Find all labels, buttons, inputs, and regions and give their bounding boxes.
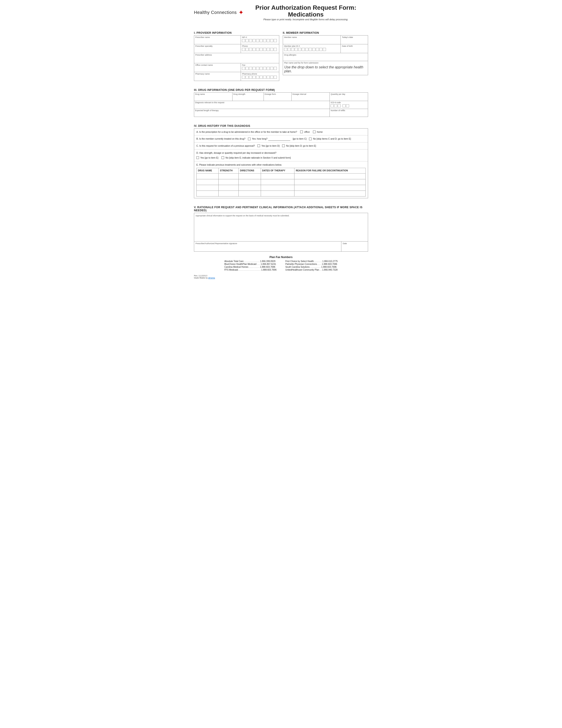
iv-item-c: C. Is this request for continuation of a… <box>194 142 368 150</box>
fax-seg-4 <box>253 67 256 70</box>
dh-row1-drug[interactable] <box>197 174 219 179</box>
checkbox-office[interactable] <box>300 131 303 133</box>
checkbox-d-no[interactable] <box>222 156 224 159</box>
logo-icon: ✦ <box>239 9 244 16</box>
iv-item-e: E. Please indicate previous treatments a… <box>194 161 368 198</box>
made-fillable-label: Made fillable by eForms <box>194 277 215 279</box>
dh-row2-strength[interactable] <box>219 179 239 185</box>
prescriber-name-label: Prescriber name <box>195 36 240 38</box>
dh-row2-reason[interactable] <box>294 179 366 185</box>
num-refills-label: Number of refills <box>330 109 367 112</box>
dh-row1-dates[interactable] <box>261 174 294 179</box>
icd-sep <box>341 104 342 107</box>
mi-seg-3 <box>291 48 294 51</box>
ph-seg-5 <box>256 48 259 51</box>
dh-row4-drug[interactable] <box>197 191 219 197</box>
dosage-interval-cell: Dosage interval <box>291 92 330 101</box>
dh-row3-strength[interactable] <box>219 185 239 191</box>
dh-row4-reason[interactable] <box>294 191 366 197</box>
checkbox-b-yes[interactable] <box>248 138 251 140</box>
dosage-interval-value[interactable] <box>292 95 329 100</box>
checkbox-b-no[interactable] <box>309 138 311 140</box>
todays-date-value[interactable] <box>342 39 367 43</box>
quantity-per-day-cell: Quantity per day <box>330 92 368 101</box>
checkbox-c-no[interactable] <box>282 144 285 147</box>
date-sig-cell[interactable]: Date <box>341 241 368 251</box>
page-header: Healthy Connections ✦ Prior Authorizatio… <box>194 4 368 21</box>
phone-cell: Phone <box>241 44 279 53</box>
dh-row1-strength[interactable] <box>219 174 239 179</box>
dh-row3-reason[interactable] <box>294 185 366 191</box>
icd9-label: ICD-9 code <box>330 101 367 104</box>
drug-allergies-cell: Drug allergies <box>283 53 368 61</box>
dh-row1-reason[interactable] <box>294 174 366 179</box>
dosage-form-value[interactable] <box>265 95 290 100</box>
dh-row4-strength[interactable] <box>219 191 239 197</box>
seg-3 <box>249 39 252 42</box>
drug-allergies-value[interactable] <box>284 56 367 60</box>
b-yes-blank[interactable] <box>268 138 290 141</box>
num-refills-cell: Number of refills <box>330 109 368 117</box>
diagnosis-value[interactable] <box>195 104 328 108</box>
dh-row3-drug[interactable] <box>197 185 219 191</box>
dh-row4-directions[interactable] <box>239 191 261 197</box>
rationale-box[interactable]: Appropriate clinical information to supp… <box>194 213 368 241</box>
sig-value[interactable] <box>196 245 340 251</box>
main-title: Prior Authorization Request Form: Medica… <box>244 4 368 18</box>
seg-10 <box>274 39 277 42</box>
expected-length-value[interactable] <box>195 112 328 116</box>
dh-row2-directions[interactable] <box>239 179 261 185</box>
drug-strength-value[interactable] <box>234 95 263 100</box>
table-row: Prescriber address <box>194 53 279 63</box>
drug-strength-cell: Drug strength <box>232 92 264 101</box>
ph-seg-4 <box>253 48 256 51</box>
specialty-value[interactable] <box>195 47 240 52</box>
mi-seg-7 <box>305 48 308 51</box>
office-contact-label: Office contact name <box>195 64 240 66</box>
dh-row1-directions[interactable] <box>239 174 261 179</box>
table-header-row: Drug Name Strength Directions Dates of T… <box>197 168 366 174</box>
member-name-value[interactable] <box>284 39 339 43</box>
iv-item-b: B. Is the member currently treated on th… <box>194 135 368 142</box>
drug-name-value[interactable] <box>195 95 232 100</box>
pharmacy-name-value[interactable] <box>195 75 240 80</box>
table-row: Expected length of therapy Number of ref… <box>194 109 368 117</box>
prescriber-name-value[interactable] <box>195 39 240 43</box>
dh-row2-dates[interactable] <box>261 179 294 185</box>
mi-seg-10 <box>316 48 319 51</box>
num-refills-value[interactable] <box>330 112 367 116</box>
icd-seg-1 <box>330 104 334 107</box>
checkbox-d-yes[interactable] <box>196 156 199 159</box>
address-value[interactable] <box>195 56 278 62</box>
dh-row2-drug[interactable] <box>197 179 219 185</box>
ph-seg-9 <box>270 48 273 51</box>
plan-dropdown-text[interactable]: Use the drop down to select the appropri… <box>283 64 368 75</box>
checkbox-home[interactable] <box>313 131 315 133</box>
icd9-segmented <box>330 104 367 107</box>
fax-label: Fax <box>242 64 278 66</box>
b-go-c: [go to item C] <box>293 137 306 140</box>
icd-seg-4 <box>342 104 345 107</box>
table-row <box>197 185 366 191</box>
quantity-per-day-value[interactable] <box>330 95 367 100</box>
pp-seg-10 <box>274 76 277 79</box>
dh-row3-directions[interactable] <box>239 185 261 191</box>
signature-row: Prescriber/Authorized Representative sig… <box>194 241 368 252</box>
eforms-link[interactable]: eForms <box>208 277 215 279</box>
pharmacy-phone-label: Pharmacy phone <box>242 73 278 75</box>
checkbox-c-yes[interactable] <box>258 144 260 147</box>
table-row: Prescriber name NPI # <box>194 35 279 44</box>
dosage-form-label: Dosage form <box>265 93 290 95</box>
fax-row-3: Carolina Medical Homes . . . . . . . . .… <box>224 266 277 268</box>
mi-seg-5 <box>298 48 301 51</box>
mi-seg-8 <box>309 48 312 51</box>
dh-row3-dates[interactable] <box>261 185 294 191</box>
table-row: Office contact name Fax <box>194 63 279 72</box>
fax-seg-3 <box>249 67 252 70</box>
fax-cell: Fax <box>241 63 279 72</box>
office-contact-value[interactable] <box>195 66 240 71</box>
date-sig-value[interactable] <box>343 245 366 251</box>
dh-row4-dates[interactable] <box>261 191 294 197</box>
sig-cell[interactable]: Prescriber/Authorized Representative sig… <box>194 241 341 251</box>
dob-value[interactable] <box>342 47 367 52</box>
